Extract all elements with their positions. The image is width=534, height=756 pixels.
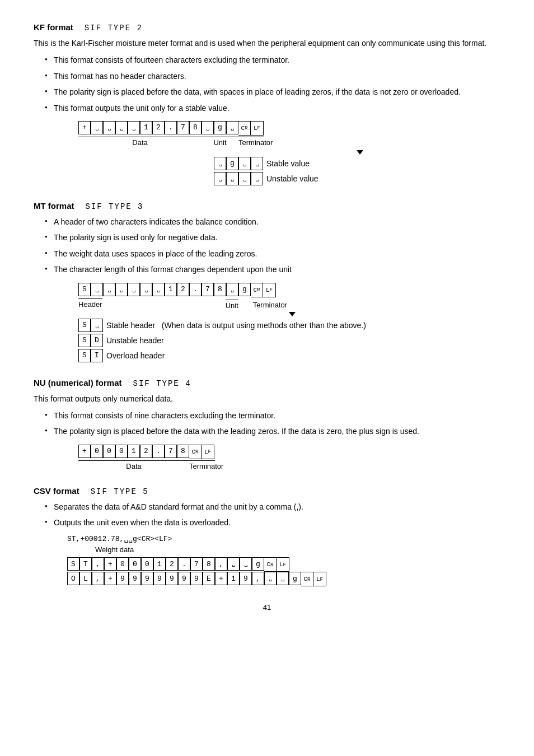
nu-bullet-2: The polarity sign is placed before the d…	[45, 425, 500, 437]
kf-unstable-sp4: ␣	[251, 172, 263, 185]
mt-char-7: 7	[202, 283, 214, 296]
kf-char-2: 2	[152, 121, 165, 134]
mt-char-sp4: ␣	[128, 283, 140, 296]
kf-char-sp6: ␣	[226, 121, 238, 134]
nu-1: 1	[128, 445, 140, 458]
csv-r1-plus: +	[104, 557, 116, 571]
kf-unstable-row: ␣ ␣ ␣ ␣ Unstable value	[214, 172, 500, 185]
mt-char-cr: CR	[251, 283, 263, 297]
kf-stable-sp3: ␣	[251, 157, 263, 170]
csv-bullet-2: Outputs the unit even when the data is o…	[45, 516, 500, 529]
mt-sh-S: S	[78, 319, 91, 332]
mt-unstable-header-row: S D Unstable header	[78, 334, 500, 347]
mt-bullet-2: The polarity sign is used only for negat…	[45, 231, 500, 244]
kf-unstable-sp1: ␣	[214, 172, 226, 185]
kf-char-g: g	[214, 121, 226, 134]
kf-bullet-4: This format outputs the unit only for a …	[45, 102, 500, 114]
nu-intro: This format outputs only numerical data.	[34, 393, 500, 405]
mt-terminator-label: Terminator	[249, 300, 287, 309]
mt-char-sp1: ␣	[91, 283, 103, 296]
kf-char-lf: LF	[251, 122, 263, 135]
kf-stable-label: Stable value	[266, 159, 310, 168]
nu-0-2: 0	[103, 445, 115, 458]
nu-2: 2	[140, 445, 152, 458]
mt-char-sp3: ␣	[115, 283, 128, 296]
kf-unit-label: Unit	[202, 137, 238, 147]
nu-bullet-1: This format consists of nine characters …	[45, 409, 500, 422]
kf-stable-sp1: ␣	[214, 157, 226, 170]
mt-unit-label: Unit	[226, 300, 238, 310]
kf-char-sp5: ␣	[202, 121, 214, 134]
mt-uh-S: S	[78, 334, 91, 347]
mt-oh-S: S	[78, 349, 91, 362]
csv-r1-comma2: ,	[215, 557, 227, 571]
mt-unstable-header-label: Unstable header	[106, 336, 164, 345]
page-number: 41	[34, 603, 500, 612]
kf-char-sp3: ␣	[115, 121, 128, 134]
csv-r2-9-6: 9	[178, 572, 190, 585]
mt-header-label: Header	[78, 298, 102, 309]
csv-r2-1: 1	[227, 572, 240, 585]
mt-type-label: SIF TYPE 3	[86, 202, 144, 211]
mt-diagram: S ␣ ␣ ␣ ␣ ␣ ␣ 1 2 . 7 8 ␣ g CR LF Header…	[78, 283, 500, 362]
mt-char-sp5: ␣	[140, 283, 152, 296]
kf-data-label: Data	[78, 137, 202, 147]
csv-r1-7: 7	[190, 557, 203, 571]
mt-bullet-1: A header of two characters indicates the…	[45, 216, 500, 228]
nu-8: 8	[177, 445, 189, 458]
kf-char-row: + ␣ ␣ ␣ ␣ 1 2 . 7 8 ␣ g ␣ CR LF	[78, 121, 264, 147]
csv-r2-lf: LF	[313, 572, 326, 586]
mt-char-sp7: ␣	[226, 283, 238, 296]
csv-r1-8: 8	[203, 557, 215, 571]
csv-r2-9-2: 9	[129, 572, 141, 585]
csv-title: CSV format	[34, 486, 79, 496]
nu-data-label: Data	[78, 460, 189, 470]
csv-table: S T , + 0 0 0 1 2 . 7 8 , ␣ ␣ g CR LF O …	[67, 557, 500, 586]
csv-row-1: S T , + 0 0 0 1 2 . 7 8 , ␣ ␣ g CR LF	[67, 557, 500, 572]
csv-header: CSV format SIF TYPE 5	[34, 486, 500, 496]
mt-char-g: g	[238, 283, 251, 296]
nu-diagram: + 0 0 0 1 2 . 7 8 CR LF Data Terminator	[78, 445, 500, 470]
mt-bullet-3: The weight data uses spaces in place of …	[45, 248, 500, 260]
kf-title: KF format	[34, 22, 73, 32]
csv-r2-sp1: ␣	[264, 572, 277, 585]
kf-unstable-sp2: ␣	[226, 172, 238, 185]
csv-row-2: O L , + 9 9 9 9 9 9 9 E + 1 9 , ␣ ␣ g CR…	[67, 572, 500, 586]
kf-char-8: 8	[189, 121, 202, 134]
csv-r1-cr: CR	[264, 558, 277, 571]
csv-r2-9: 9	[240, 572, 252, 585]
kf-char-1: 1	[140, 121, 152, 134]
mt-char-dot: .	[189, 283, 202, 296]
mt-format-section: MT format SIF TYPE 3 A header of two cha…	[34, 201, 500, 362]
csv-r2-comma1: ,	[92, 572, 104, 585]
csv-r2-9-1: 9	[116, 572, 129, 585]
kf-char-plus: +	[78, 121, 91, 134]
kf-bullet-2: This format has no header characters.	[45, 70, 500, 82]
nu-cr: CR	[189, 445, 202, 459]
csv-r2-O: O	[67, 572, 79, 585]
csv-weight-data-label: Weight data	[95, 545, 500, 554]
kf-diagram: + ␣ ␣ ␣ ␣ 1 2 . 7 8 ␣ g ␣ CR LF	[78, 121, 500, 185]
csv-format-section: CSV format SIF TYPE 5 Separates the data…	[34, 486, 500, 587]
mt-stable-header-label: Stable header (When data is output using…	[106, 321, 366, 330]
kf-bullet-1: This format consists of fourteen charact…	[45, 54, 500, 66]
csv-r2-L: L	[79, 572, 92, 585]
kf-bullet-3: The polarity sign is placed before the d…	[45, 86, 500, 98]
csv-r1-1: 1	[153, 557, 166, 571]
mt-bullets: A header of two characters indicates the…	[45, 216, 500, 276]
csv-r1-sp1: ␣	[227, 557, 240, 571]
kf-char-sp1: ␣	[91, 121, 103, 134]
mt-title: MT format	[34, 201, 74, 211]
kf-stable-row: ␣ g ␣ ␣ Stable value	[214, 157, 500, 170]
csv-r1-dot: .	[178, 557, 190, 571]
kf-terminator-label: Terminator	[238, 137, 264, 147]
csv-example-text: ST,+00012.78,␣␣g<CR><LF>	[67, 535, 172, 543]
csv-example-line: ST,+00012.78,␣␣g<CR><LF>	[67, 534, 500, 543]
mt-char-sp2: ␣	[103, 283, 115, 296]
kf-unstable-label: Unstable value	[266, 174, 318, 183]
csv-r2-plus: +	[104, 572, 116, 585]
csv-r2-comma2: ,	[252, 572, 264, 585]
kf-char-7: 7	[177, 121, 189, 134]
nu-7: 7	[165, 445, 177, 458]
kf-char-sp4: ␣	[128, 121, 140, 134]
